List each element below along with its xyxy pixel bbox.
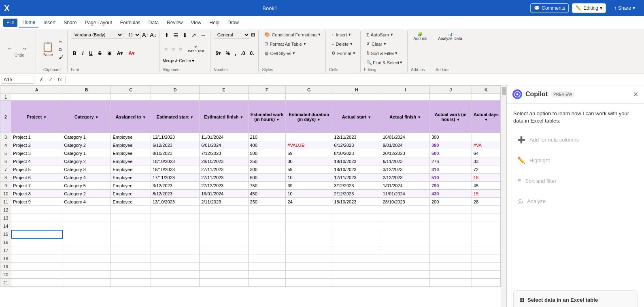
cell-A10[interactable]: Project 8: [11, 190, 62, 198]
cell-K4[interactable]: #VA: [472, 141, 500, 149]
cell-F18[interactable]: [248, 254, 286, 263]
header-est-work[interactable]: Estimated work (in hours) ▼: [248, 101, 286, 133]
cell-A17[interactable]: [11, 246, 62, 254]
cell-B5[interactable]: Category 1: [62, 149, 111, 157]
cell-J5[interactable]: 500: [429, 149, 472, 157]
undo-button[interactable]: ↩: [6, 45, 19, 52]
cell-E19[interactable]: [200, 263, 248, 271]
cell-C5[interactable]: Employee: [111, 149, 151, 157]
col-header-J[interactable]: J: [429, 86, 472, 94]
cell-K12[interactable]: [472, 206, 500, 214]
cell-K17[interactable]: [472, 246, 500, 254]
sort-filter-button[interactable]: ⇅ Sort & Filter▾: [364, 49, 400, 57]
cell-D19[interactable]: [151, 263, 199, 271]
cell-A4[interactable]: Project 2: [11, 141, 62, 149]
cell-F5[interactable]: 500: [248, 149, 286, 157]
cell-A1[interactable]: [11, 94, 62, 101]
cell-J15[interactable]: [429, 230, 472, 238]
cell-F3[interactable]: 210: [248, 133, 286, 141]
cell-H3[interactable]: 12/11/2023: [332, 133, 381, 141]
cell-J21[interactable]: [429, 279, 472, 287]
cell-H14[interactable]: [332, 222, 381, 230]
cell-K3[interactable]: [472, 133, 500, 141]
cell-K6[interactable]: 33: [472, 157, 500, 165]
row-num-8[interactable]: 8: [0, 174, 11, 182]
cell-D15[interactable]: [151, 230, 199, 238]
cell-I5[interactable]: 20/12/2023: [381, 149, 429, 157]
cell-B16[interactable]: [62, 238, 111, 246]
cell-J4[interactable]: 390: [429, 141, 472, 149]
cell-F7[interactable]: 300: [248, 165, 286, 174]
cell-J8[interactable]: 510: [429, 174, 472, 182]
align-top-button[interactable]: ⬆: [163, 31, 171, 40]
font-color-button[interactable]: A▾: [126, 50, 136, 57]
share-button[interactable]: ↑ Share ▾: [609, 3, 640, 13]
cell-reference-input[interactable]: [2, 76, 34, 84]
row-num-17[interactable]: 17: [0, 246, 11, 254]
cell-D7[interactable]: 18/10/2023: [151, 165, 199, 174]
cell-J12[interactable]: [429, 206, 472, 214]
fill-color-button[interactable]: A▾: [115, 50, 125, 57]
row-num-3[interactable]: 3: [0, 133, 11, 141]
cell-B4[interactable]: Category 2: [62, 141, 111, 149]
cell-J10[interactable]: 430: [429, 190, 472, 198]
cell-B13[interactable]: [62, 214, 111, 222]
cell-B20[interactable]: [62, 271, 111, 279]
cell-H11[interactable]: 18/10/2023: [332, 198, 381, 206]
cell-F21[interactable]: [248, 279, 286, 287]
row-num-18[interactable]: 18: [0, 254, 11, 263]
cell-K1[interactable]: [472, 94, 500, 101]
percent-button[interactable]: %: [223, 50, 232, 57]
cell-K10[interactable]: 15: [472, 190, 500, 198]
cell-G5[interactable]: 59: [286, 149, 332, 157]
cell-A11[interactable]: Project 9: [11, 198, 62, 206]
cell-K21[interactable]: [472, 279, 500, 287]
cell-A19[interactable]: [11, 263, 62, 271]
cell-C17[interactable]: [111, 246, 151, 254]
row-num-13[interactable]: 13: [0, 214, 11, 222]
cell-D20[interactable]: [151, 271, 199, 279]
menu-file[interactable]: File: [3, 19, 17, 27]
col-header-I[interactable]: I: [381, 86, 429, 94]
menu-view[interactable]: View: [188, 18, 205, 27]
cell-E4[interactable]: 6/01/2024: [200, 141, 248, 149]
row-num-6[interactable]: 6: [0, 157, 11, 165]
cell-I14[interactable]: [381, 222, 429, 230]
cell-H1[interactable]: [332, 94, 381, 101]
cell-J3[interactable]: 300: [429, 133, 472, 141]
cell-K19[interactable]: [472, 263, 500, 271]
copilot-add-formula-option[interactable]: ➕ Add formula columns: [513, 131, 638, 148]
cell-G17[interactable]: [286, 246, 332, 254]
cell-H10[interactable]: 2/12/2023: [332, 190, 381, 198]
cell-G7[interactable]: 59: [286, 165, 332, 174]
cell-C4[interactable]: Employee: [111, 141, 151, 149]
cell-F17[interactable]: [248, 246, 286, 254]
cell-J16[interactable]: [429, 238, 472, 246]
row-num-10[interactable]: 10: [0, 190, 11, 198]
formula-input[interactable]: [67, 76, 642, 83]
copilot-close-button[interactable]: ✕: [633, 91, 638, 98]
align-left-button[interactable]: ≡: [163, 44, 169, 53]
cell-E15[interactable]: [200, 230, 248, 238]
cell-A20[interactable]: [11, 271, 62, 279]
cell-F14[interactable]: [248, 222, 286, 230]
cell-K20[interactable]: [472, 271, 500, 279]
underline-button[interactable]: U: [87, 50, 95, 57]
cell-E10[interactable]: 16/01/2024: [200, 190, 248, 198]
menu-formulas[interactable]: Formulas: [117, 18, 144, 27]
cell-A6[interactable]: Project 4: [11, 157, 62, 165]
cell-F19[interactable]: [248, 263, 286, 271]
row-num-1[interactable]: 1: [0, 94, 11, 101]
cell-D13[interactable]: [151, 214, 199, 222]
copilot-analyze-option[interactable]: ◎ Analyze: [513, 193, 638, 210]
header-actual-days[interactable]: Actual days ▼: [472, 101, 500, 133]
cell-C19[interactable]: [111, 263, 151, 271]
header-est-start[interactable]: Estimated start ▼: [151, 101, 199, 133]
cell-J9[interactable]: 790: [429, 182, 472, 190]
cell-G3[interactable]: [286, 133, 332, 141]
cell-B11[interactable]: Category 4: [62, 198, 111, 206]
format-painter-button[interactable]: 🖌: [57, 54, 65, 60]
cell-C16[interactable]: [111, 238, 151, 246]
cell-F6[interactable]: 250: [248, 157, 286, 165]
cell-D18[interactable]: [151, 254, 199, 263]
